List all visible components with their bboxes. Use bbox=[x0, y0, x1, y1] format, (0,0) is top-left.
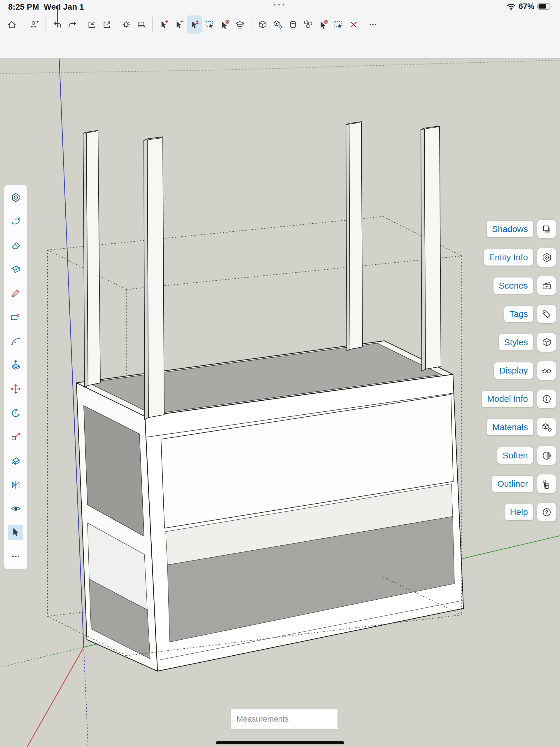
flip-tool-button[interactable] bbox=[8, 477, 23, 492]
look-around-tool-button[interactable] bbox=[8, 501, 23, 516]
outliner-button[interactable]: Outliner bbox=[492, 475, 533, 492]
panel-row: Display bbox=[494, 361, 556, 380]
more-tools-button[interactable] bbox=[8, 549, 23, 564]
select-toggle-button[interactable] bbox=[187, 16, 202, 33]
freehand-tool-button[interactable] bbox=[8, 286, 23, 301]
shadows-button[interactable]: Shadows bbox=[487, 221, 533, 237]
select-none-button[interactable] bbox=[217, 16, 232, 33]
inspector-shortcuts: Shadows Entity Info Scenes Tags Styles D… bbox=[482, 220, 556, 521]
display-button[interactable]: Display bbox=[494, 362, 533, 379]
eye-icon bbox=[10, 503, 21, 514]
deselect-icon bbox=[318, 20, 328, 30]
model-info-button[interactable]: Model Info bbox=[482, 391, 533, 407]
soften-button[interactable]: Soften bbox=[497, 447, 533, 464]
toolbar-more-button[interactable] bbox=[365, 16, 380, 33]
rotate-icon bbox=[10, 407, 21, 418]
select-add-button[interactable] bbox=[156, 16, 171, 33]
marquee-select-icon bbox=[334, 20, 344, 30]
connected-device-button[interactable] bbox=[134, 16, 149, 33]
scenes-icon-button[interactable] bbox=[537, 276, 556, 295]
scenes-button[interactable]: Scenes bbox=[494, 278, 533, 294]
shapes-tool-button[interactable] bbox=[8, 190, 23, 205]
home-button[interactable] bbox=[4, 16, 19, 33]
toolbar-divider bbox=[23, 17, 23, 32]
panel-row: Shadows bbox=[487, 220, 556, 238]
scale-icon bbox=[10, 431, 21, 442]
help-button[interactable]: Help bbox=[505, 504, 533, 520]
materials-button[interactable]: Materials bbox=[487, 419, 533, 435]
rotate-tool-button[interactable] bbox=[8, 405, 23, 420]
select-add-icon bbox=[159, 20, 169, 30]
solid-cube-button[interactable] bbox=[255, 16, 270, 33]
home-icon bbox=[7, 20, 17, 30]
undo-button[interactable] bbox=[50, 16, 65, 33]
select-window-button[interactable] bbox=[202, 16, 217, 33]
panel-row: Soften bbox=[497, 446, 556, 465]
outliner-icon-button[interactable] bbox=[537, 474, 556, 493]
redo-button[interactable] bbox=[65, 16, 80, 33]
ellipsis-icon bbox=[368, 20, 378, 30]
import-button[interactable] bbox=[84, 16, 99, 33]
battery-icon bbox=[537, 3, 553, 10]
info-icon bbox=[541, 394, 552, 405]
arc-tool-button[interactable] bbox=[8, 334, 23, 349]
materials-icon bbox=[541, 422, 552, 433]
solid-cylinder-button[interactable] bbox=[285, 16, 300, 33]
entity-info-icon bbox=[541, 252, 552, 263]
move-tool-button[interactable] bbox=[8, 381, 23, 396]
rectangle-tool-button[interactable] bbox=[8, 310, 23, 325]
paint-bucket-tool-button[interactable] bbox=[8, 453, 23, 468]
viewport-canvas[interactable] bbox=[0, 0, 560, 747]
entity-info-icon-button[interactable] bbox=[537, 248, 556, 267]
export-button[interactable] bbox=[99, 16, 114, 33]
panel-row: Help bbox=[505, 503, 556, 521]
laptop-icon bbox=[136, 20, 146, 30]
components-button[interactable] bbox=[300, 16, 316, 33]
panel-row: Scenes bbox=[494, 276, 556, 295]
soften-sphere-icon bbox=[541, 450, 552, 461]
home-indicator[interactable] bbox=[216, 741, 344, 744]
styles-button[interactable]: Styles bbox=[499, 334, 533, 351]
push-pull-tool-button[interactable] bbox=[8, 357, 23, 372]
measurements-input[interactable] bbox=[231, 709, 338, 729]
component-gear-icon bbox=[273, 20, 283, 30]
styles-icon-button[interactable] bbox=[537, 333, 556, 352]
toolbar-divider bbox=[152, 17, 153, 32]
select-tool-button[interactable] bbox=[8, 525, 23, 540]
shapes-icon bbox=[10, 192, 21, 203]
outliner-icon bbox=[541, 479, 552, 489]
tag-icon bbox=[541, 309, 552, 319]
main-toolbar bbox=[4, 14, 380, 35]
add-person-button[interactable] bbox=[27, 16, 42, 33]
tool-palette bbox=[4, 185, 27, 569]
deselect-button[interactable] bbox=[316, 16, 331, 33]
graduation-cap-icon bbox=[235, 20, 245, 30]
status-bar: 8:25 PMWed Jan 1 ••• 67% bbox=[0, 0, 560, 13]
shadows-icon-button[interactable] bbox=[537, 220, 556, 238]
marquee-select-button[interactable] bbox=[331, 16, 346, 33]
model-info-icon-button[interactable] bbox=[537, 390, 556, 408]
orbit-tool-button[interactable] bbox=[8, 214, 23, 229]
panel-row: Materials bbox=[487, 418, 556, 437]
eraser-tool-button[interactable] bbox=[8, 238, 23, 253]
section-plane-tool-button[interactable] bbox=[8, 262, 23, 277]
settings-button[interactable] bbox=[118, 16, 134, 33]
intersect-button[interactable] bbox=[346, 16, 361, 33]
soften-icon-button[interactable] bbox=[537, 446, 556, 465]
top-chrome: 8:25 PMWed Jan 1 ••• 67% bbox=[0, 0, 560, 59]
tags-button[interactable]: Tags bbox=[504, 306, 533, 322]
arc-icon bbox=[10, 336, 21, 347]
tags-icon-button[interactable] bbox=[537, 305, 556, 323]
select-toggle-icon bbox=[189, 20, 199, 30]
components-icon bbox=[303, 20, 313, 30]
scale-tool-button[interactable] bbox=[8, 429, 23, 444]
component-options-button[interactable] bbox=[270, 16, 285, 33]
model-leg bbox=[83, 130, 100, 387]
help-icon-button[interactable] bbox=[537, 503, 556, 521]
select-remove-button[interactable] bbox=[171, 16, 187, 33]
instructor-button[interactable] bbox=[232, 16, 247, 33]
display-icon-button[interactable] bbox=[537, 361, 556, 380]
panel-row: Entity Info bbox=[484, 248, 556, 267]
entity-info-button[interactable]: Entity Info bbox=[484, 249, 533, 265]
materials-icon-button[interactable] bbox=[537, 418, 556, 437]
